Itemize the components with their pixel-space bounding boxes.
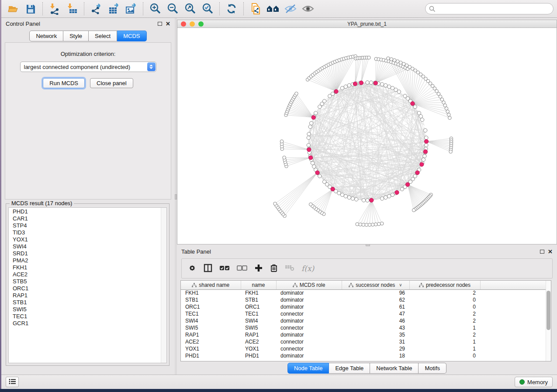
- table-settings-button[interactable]: [188, 264, 197, 274]
- column-header-mcds-role[interactable]: MCDS role: [276, 281, 342, 289]
- copy-network-button[interactable]: [249, 2, 262, 15]
- zoom-in-button[interactable]: [149, 2, 162, 15]
- select-all-button[interactable]: [219, 265, 230, 272]
- table-cell-filler: [480, 324, 546, 331]
- mcds-result-item[interactable]: TEC1: [9, 313, 161, 320]
- close-panel-button[interactable]: Close panel: [90, 78, 133, 88]
- add-column-button[interactable]: [254, 264, 263, 274]
- mcds-result-item[interactable]: ORC1: [9, 285, 161, 292]
- mcds-result-item[interactable]: PHD1: [9, 208, 161, 215]
- float-panel-icon[interactable]: [158, 22, 162, 26]
- tab-network-table[interactable]: Network Table: [370, 363, 419, 374]
- deselect-all-button[interactable]: [237, 265, 247, 272]
- zoom-selected-button[interactable]: [201, 2, 214, 15]
- mcds-result-item[interactable]: STB1: [9, 299, 161, 306]
- table-cell-filler: [480, 310, 546, 317]
- tab-edge-table[interactable]: Edge Table: [329, 363, 370, 374]
- mcds-result-item[interactable]: CAR1: [9, 215, 161, 222]
- table-cell: STB1: [241, 296, 276, 303]
- table-cell: SWI5: [181, 324, 241, 331]
- export-table-button[interactable]: [107, 2, 120, 15]
- table-row[interactable]: RAP1RAP1dominator352: [181, 331, 546, 338]
- mcds-result-item[interactable]: FKH1: [9, 264, 161, 271]
- close-panel-icon[interactable]: ✕: [166, 21, 170, 27]
- table-row[interactable]: ORC1ORC1dominator610: [181, 303, 546, 310]
- tab-select[interactable]: Select: [89, 31, 117, 41]
- table-cell: 61: [342, 303, 409, 310]
- open-session-button[interactable]: [7, 2, 20, 15]
- memory-button[interactable]: Memory: [515, 377, 553, 387]
- export-network-button[interactable]: [90, 2, 103, 15]
- export-image-button[interactable]: [125, 2, 138, 15]
- show-all-button[interactable]: [301, 2, 315, 15]
- mcds-list-scrollbar[interactable]: [161, 208, 166, 363]
- mcds-result-item[interactable]: SWI4: [9, 243, 161, 250]
- table-row[interactable]: SWI4SWI4dominator462: [181, 317, 546, 324]
- mcds-result-item[interactable]: RAP1: [9, 292, 161, 299]
- run-mcds-button[interactable]: Run MCDS: [43, 78, 85, 88]
- mcds-result-item[interactable]: SWI5: [9, 306, 161, 313]
- network-canvas[interactable]: [177, 28, 557, 244]
- table-cell: 1: [409, 324, 480, 331]
- table-cell: YOX1: [181, 345, 241, 352]
- network-titlebar[interactable]: YPA_prune.txt_1: [177, 20, 557, 28]
- table-cell: connector: [276, 338, 342, 345]
- table-row[interactable]: ACE2ACE2connector311: [181, 338, 546, 345]
- copy-network-icon: [249, 3, 262, 15]
- table-cell: 2: [409, 289, 480, 296]
- import-table-button[interactable]: [66, 2, 79, 15]
- column-header-shared-name[interactable]: shared name: [181, 281, 241, 289]
- zoom-out-button[interactable]: [166, 2, 179, 15]
- table-row[interactable]: TEC1TEC1connector472: [181, 310, 546, 317]
- mcds-result-item[interactable]: TID3: [9, 229, 161, 236]
- table-row[interactable]: YOX1YOX1connector291: [181, 345, 546, 352]
- float-table-panel-icon[interactable]: [540, 250, 544, 254]
- mcds-result-item[interactable]: PMA2: [9, 257, 161, 264]
- save-session-button[interactable]: [24, 2, 37, 15]
- table-cell: 0: [409, 352, 480, 359]
- show-panels-button[interactable]: [6, 377, 19, 387]
- import-network-button[interactable]: [48, 2, 61, 15]
- table-cell: 46: [342, 317, 409, 324]
- open-folder-icon: [7, 3, 19, 14]
- mcds-result-item[interactable]: ACE2: [9, 271, 161, 278]
- mcds-result-item[interactable]: GCR1: [9, 320, 161, 327]
- show-columns-button[interactable]: [204, 264, 212, 274]
- close-table-panel-icon[interactable]: ✕: [548, 249, 553, 254]
- mcds-result-item[interactable]: STP4: [9, 222, 161, 229]
- delete-column-button[interactable]: [270, 264, 278, 274]
- table-row[interactable]: FKH1FKH1dominator962: [181, 289, 546, 296]
- zoom-fit-button[interactable]: [183, 2, 197, 15]
- column-header-predecessor-nodes[interactable]: predecessor nodes: [409, 281, 480, 289]
- table-cell: 35: [342, 331, 409, 338]
- clear-table-button-disabled[interactable]: [285, 265, 294, 273]
- tab-style[interactable]: Style: [63, 31, 89, 41]
- table-row[interactable]: PHD1PHD1dominator180: [181, 352, 546, 359]
- hide-selected-button[interactable]: [284, 2, 297, 15]
- dropdown-stepper-icon: [147, 62, 156, 71]
- table-cell: 96: [342, 289, 409, 296]
- tab-motifs[interactable]: Motifs: [419, 363, 446, 374]
- mcds-result-list[interactable]: PHD1CAR1STP4TID3YOX1SWI4SRD1PMA2FKH1ACE2…: [8, 207, 167, 363]
- mcds-result-item[interactable]: STB5: [9, 278, 161, 285]
- table-cell: ACE2: [241, 338, 276, 345]
- column-header-successor-nodes[interactable]: successor nodes∨: [342, 281, 409, 289]
- table-cell-filler: [480, 317, 546, 324]
- criterion-dropdown[interactable]: largest connected component (undirected): [20, 62, 156, 72]
- tab-node-table[interactable]: Node Table: [287, 363, 329, 374]
- mcds-result-item[interactable]: SRD1: [9, 250, 161, 257]
- table-row[interactable]: STB1STB1dominator620: [181, 296, 546, 303]
- search-input[interactable]: [425, 3, 554, 14]
- function-builder-button-disabled[interactable]: f(x): [301, 264, 314, 273]
- table-scrollbar[interactable]: [546, 281, 551, 361]
- table-row[interactable]: SWI5SWI5connector431: [181, 324, 546, 331]
- first-neighbors-button[interactable]: [266, 2, 280, 15]
- apply-layout-button[interactable]: [225, 2, 238, 15]
- column-header-name[interactable]: name: [241, 281, 276, 289]
- tab-mcds[interactable]: MCDS: [117, 31, 146, 41]
- table-scrollbar-thumb[interactable]: [547, 291, 550, 330]
- table-cell: 0: [409, 303, 480, 310]
- horizontal-splitter-grip[interactable]: [366, 244, 370, 246]
- tab-network[interactable]: Network: [29, 31, 63, 41]
- mcds-result-item[interactable]: YOX1: [9, 236, 161, 243]
